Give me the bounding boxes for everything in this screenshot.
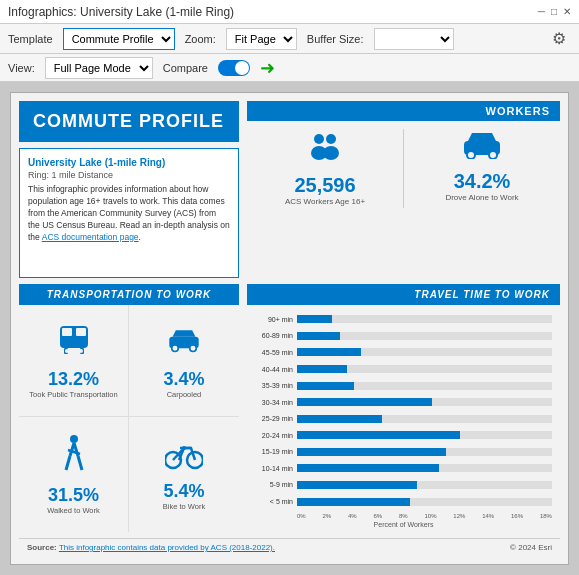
bar-track [297,348,552,356]
main-window: Infographics: University Lake (1-mile Ri… [0,0,579,575]
bar-row: 45-59 min [255,348,552,356]
footer-copyright: © 2024 Esri [510,543,552,552]
commute-title: COMMUTE PROFILE [33,111,225,132]
right-panel: WORKERS [247,101,560,278]
drive-alone-pct: 34.2% [454,170,511,193]
maximize-button[interactable]: □ [551,6,557,17]
axis-labels: 0%2%4%6%8%10%12%14%16%18% [297,513,552,519]
settings-button[interactable]: ⚙ [547,27,571,51]
bar-row: 20-24 min [255,431,552,439]
navigate-button[interactable]: ➜ [260,57,275,79]
bar-row: 10-14 min [255,464,552,472]
svg-point-2 [326,134,336,144]
workers-box: WORKERS [247,101,560,216]
commute-info-box: University Lake (1-mile Ring) Ring: 1 mi… [19,148,239,278]
bar-row: 60-89 min [255,332,552,340]
bar-fill [297,365,347,373]
bar-label: 5-9 min [255,481,293,488]
axis-label: 10% [425,513,437,519]
bar-track [297,415,552,423]
ring-text: Ring: 1 mile Distance [28,170,230,180]
bus-icon [56,322,92,365]
buffer-select[interactable] [374,28,454,50]
toggle-thumb [235,61,249,75]
carpool-icon [166,322,202,365]
buffer-label: Buffer Size: [307,33,364,45]
bar-track [297,365,552,373]
bike-label: Bike to Work [163,502,205,511]
chart-x-title: Percent of Workers [255,521,552,528]
axis-label: 12% [453,513,465,519]
walk-pct: 31.5% [48,485,99,506]
svg-point-17 [172,345,179,352]
svg-marker-16 [173,330,196,337]
transport-item-bike: 5.4% Bike to Work [129,417,239,532]
bar-fill [297,398,432,406]
svg-rect-10 [76,328,86,336]
carpool-pct: 3.4% [163,369,204,390]
bar-label: < 5 min [255,498,293,505]
infographic-panel: COMMUTE PROFILE University Lake (1-mile … [10,92,569,565]
svg-point-0 [314,134,324,144]
bar-row: 35-39 min [255,382,552,390]
description-text: This infographic provides information ab… [28,184,230,243]
axis-label: 2% [323,513,332,519]
bar-track [297,464,552,472]
axis-label: 18% [540,513,552,519]
bar-label: 30-34 min [255,399,293,406]
chart-header: TRAVEL TIME TO WORK [247,284,560,305]
toolbar1: Template Commute Profile Zoom: Fit Page … [0,24,579,54]
svg-line-22 [66,456,70,470]
bar-fill [297,348,361,356]
footer: Source: This infographic contains data p… [19,538,560,556]
car-icon [460,131,504,166]
bar-fill [297,498,410,506]
svg-rect-9 [62,328,72,336]
bar-track [297,332,552,340]
source-link[interactable]: This infographic contains data provided … [59,543,275,552]
bar-row: 90+ min [255,315,552,323]
bar-track [297,448,552,456]
bar-label: 45-59 min [255,349,293,356]
minimize-button[interactable]: ─ [538,6,545,17]
bar-fill [297,315,332,323]
template-select[interactable]: Commute Profile [63,28,175,50]
workers-count-label: ACS Workers Age 16+ [285,197,365,206]
bar-row: 30-34 min [255,398,552,406]
compare-toggle[interactable] [218,60,250,76]
svg-point-19 [70,435,78,443]
bar-fill [297,448,446,456]
zoom-select[interactable]: Fit Page [226,28,297,50]
svg-point-13 [65,349,69,353]
svg-point-3 [323,146,339,160]
bar-fill [297,431,460,439]
axis-label: 14% [482,513,494,519]
workers-header: WORKERS [247,101,560,121]
acs-link[interactable]: ACS documentation page [42,232,139,242]
view-label: View: [8,62,35,74]
window-controls: ─ □ ✕ [538,6,571,17]
commute-header: COMMUTE PROFILE [19,101,239,142]
bar-label: 40-44 min [255,366,293,373]
workers-count: 25,596 [294,174,355,197]
toggle-track [218,60,250,76]
carpool-label: Carpooled [167,390,202,399]
bar-fill [297,415,382,423]
toolbar2: View: Full Page Mode Compare ➜ [0,54,579,82]
chart-inner: 90+ min60-89 min45-59 min40-44 min35-39 … [247,305,560,532]
axis-label: 0% [297,513,306,519]
bar-fill [297,464,439,472]
bar-row: 5-9 min [255,481,552,489]
svg-line-23 [78,456,82,470]
bike-icon [165,438,203,477]
view-select[interactable]: Full Page Mode [45,57,153,79]
bus-pct: 13.2% [48,369,99,390]
left-panel: COMMUTE PROFILE University Lake (1-mile … [19,101,239,278]
close-button[interactable]: ✕ [563,6,571,17]
axis-label: 6% [374,513,383,519]
bar-label: 35-39 min [255,382,293,389]
location-text: University Lake (1-mile Ring) [28,157,230,168]
template-label: Template [8,33,53,45]
bar-track [297,498,552,506]
bar-row: < 5 min [255,498,552,506]
